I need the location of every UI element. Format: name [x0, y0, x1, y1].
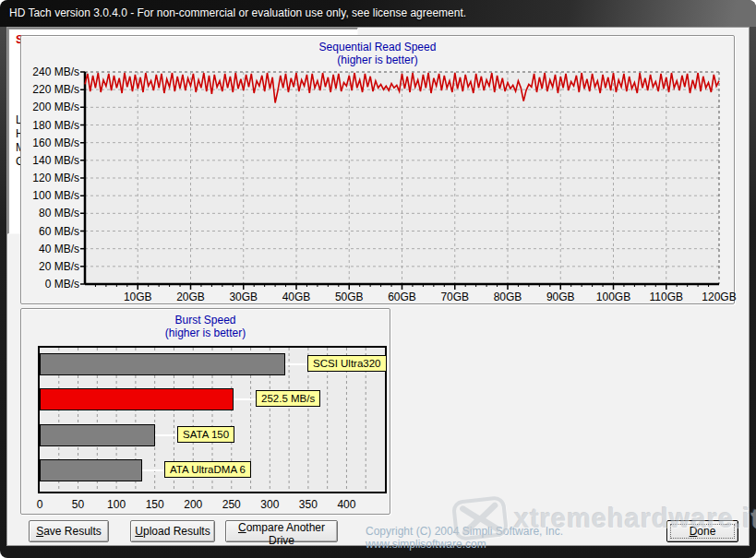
save-results-button[interactable]: Save Results — [29, 520, 109, 542]
y-tick-label: 100 MB/s — [24, 189, 79, 202]
burst-x-tick-label: 300 — [251, 498, 288, 511]
burst-x-tick-label: 50 — [60, 498, 97, 511]
y-tick-label: 40 MB/s — [24, 243, 79, 255]
y-tick-label: 120 MB/s — [24, 172, 79, 184]
burst-plot-area: SCSI Ultra320252.5 MB/sSATA 150ATA Ultra… — [38, 346, 387, 493]
x-tick-label: 70GB — [427, 291, 483, 303]
upload-results-button[interactable]: Upload Results — [130, 520, 215, 542]
burst-bar — [40, 459, 142, 481]
titlebar[interactable]: HD Tach version 3.0.4.0 - For non-commer… — [0, 0, 756, 27]
y-tick-label: 160 MB/s — [24, 137, 79, 149]
y-tick-label: 180 MB/s — [24, 119, 79, 132]
x-tick-label: 120GB — [691, 291, 747, 303]
y-tick-label: 220 MB/s — [24, 83, 79, 96]
sequential-read-panel: Sequential Read Speed (higher is better)… — [20, 35, 735, 304]
burst-x-tick-label: 100 — [98, 498, 135, 511]
burst-x-tick-label: 200 — [174, 498, 211, 511]
burst-x-tick-label: 350 — [290, 498, 327, 511]
burst-x-tick-label: 0 — [21, 498, 58, 511]
bar-connector — [142, 469, 164, 471]
burst-x-tick-label: 150 — [137, 498, 174, 511]
bar-value-label: SATA 150 — [177, 426, 234, 443]
burst-chart-subtitle: (higher is better) — [21, 326, 390, 339]
y-tick-label: 200 MB/s — [24, 101, 79, 113]
burst-x-tick-label: 400 — [328, 498, 365, 511]
bar-connector — [155, 434, 177, 436]
x-tick-label: 30GB — [216, 291, 271, 303]
app-window: HD Tach version 3.0.4.0 - For non-commer… — [0, 0, 756, 558]
compare-another-drive-button[interactable]: Compare Another Drive — [225, 520, 338, 542]
burst-bar — [40, 388, 234, 410]
done-button[interactable]: Done — [666, 520, 738, 542]
bar-connector — [234, 398, 256, 400]
bar-connector — [285, 363, 307, 365]
x-tick-label: 40GB — [269, 291, 324, 303]
x-tick-label: 60GB — [375, 291, 430, 303]
x-tick-label: 20GB — [163, 291, 219, 303]
x-tick-label: 90GB — [533, 291, 588, 303]
sequential-chart-subtitle: (higher is better) — [21, 53, 734, 66]
sequential-read-line — [85, 73, 719, 103]
x-tick-label: 110GB — [639, 291, 694, 303]
bar-value-label: 252.5 MB/s — [256, 390, 320, 407]
x-tick-label: 100GB — [586, 291, 642, 303]
burst-bar — [40, 353, 285, 375]
sequential-line-chart — [78, 70, 726, 293]
burst-x-tick-label: 250 — [213, 498, 250, 511]
y-tick-label: 60 MB/s — [24, 225, 79, 238]
y-tick-label: 0 MB/s — [24, 278, 79, 291]
bar-value-label: ATA UltraDMA 6 — [164, 461, 251, 478]
y-tick-label: 80 MB/s — [24, 207, 79, 220]
bar-value-label: SCSI Ultra320 — [307, 355, 387, 372]
x-tick-label: 80GB — [480, 291, 535, 303]
client-area: Sequential Read Speed (higher is better)… — [6, 27, 750, 546]
sequential-chart-title: Sequential Read Speed — [21, 41, 734, 53]
burst-chart-title: Burst Speed — [21, 314, 390, 326]
y-tick-label: 140 MB/s — [24, 154, 79, 167]
burst-speed-panel: Burst Speed (higher is better) SCSI Ultr… — [20, 308, 390, 515]
y-tick-label: 20 MB/s — [24, 260, 79, 273]
x-tick-label: 10GB — [110, 291, 165, 303]
y-tick-label: 240 MB/s — [24, 65, 79, 78]
window-title: HD Tach version 3.0.4.0 - For non-commer… — [9, 6, 466, 19]
x-tick-label: 50GB — [321, 291, 377, 303]
copyright-text: Copyright (C) 2004 Simpli Software, Inc.… — [366, 525, 661, 551]
burst-bar — [40, 424, 155, 446]
